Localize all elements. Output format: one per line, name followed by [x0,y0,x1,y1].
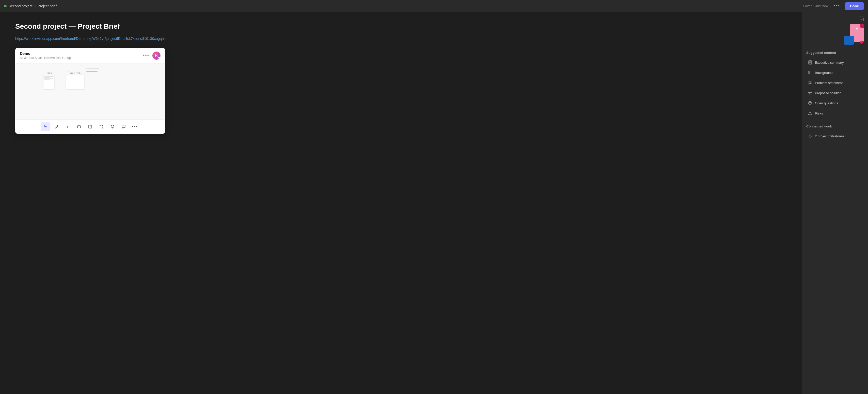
sidebar-item-background[interactable]: Background [804,68,866,77]
canvas-team-thumb [66,75,84,89]
breadcrumb-separator: › [34,4,36,8]
saved-status: Saved • Just now [803,4,828,8]
problem-statement-label: Problem statement [815,81,843,85]
star-icon [855,26,859,30]
comment-tool-button[interactable] [119,122,128,131]
pen-tool-button[interactable] [52,122,61,131]
canvas-page-thumb [43,75,54,89]
embed-title: Demo [20,51,71,56]
sticky-tool-button[interactable] [86,122,95,131]
project-status-dot [4,5,7,7]
table-icon [808,70,812,75]
breadcrumb: Second project › Project brief [4,4,57,8]
svg-rect-17 [808,71,812,74]
embed-card: Demo Kevin Test Space in Kevin Test Grou… [15,48,165,134]
sticky-icon [88,125,92,129]
sidebar-item-problem-statement[interactable]: Problem statement [804,78,866,88]
embed-header: Demo Kevin Test Space in Kevin Test Grou… [15,48,165,63]
sidebar-item-proposed-solution[interactable]: Proposed solution [804,88,866,98]
svg-rect-1 [78,126,81,128]
risks-label: Risks [815,111,823,115]
main-layout: Second project — Project Brief https://w… [0,12,868,394]
canvas-lines-decoration [86,69,99,72]
rectangle-icon [77,125,81,129]
embed-header-right: ••• K [143,52,160,60]
executive-summary-label: Executive summary [815,61,844,64]
main-content: Second project — Project Brief https://w… [0,12,802,394]
svg-point-13 [112,126,112,127]
right-sidebar: →| Suggested content [802,12,868,394]
svg-point-22 [809,102,812,105]
document-icon [808,60,812,65]
more-options-button[interactable]: ••• [831,2,842,10]
embed-canvas[interactable]: Page Team Pla... [15,63,165,119]
svg-point-14 [113,126,114,127]
text-icon: T [66,125,70,129]
avatar: K [152,52,160,60]
svg-text:T: T [66,125,68,129]
embed-more-button[interactable]: ••• [143,53,149,58]
svg-rect-2 [89,125,92,128]
canvas-team-label: Team Pla... [66,71,84,74]
proposed-solution-label: Proposed solution [815,91,841,95]
emoji-tool-button[interactable] [108,122,117,131]
flag-icon [808,80,812,85]
toolbar-more-button[interactable]: ••• [130,122,140,131]
background-label: Background [815,71,832,75]
connected-work-title: Connected work [802,124,868,131]
breadcrumb-page: Project brief [38,4,57,8]
frame-icon [99,125,103,129]
canvas-page-label: Page [43,71,54,74]
diamond-icon [808,134,812,138]
warning-icon [808,111,812,116]
shape-tool-button[interactable] [74,122,84,131]
sidebar-item-executive-summary[interactable]: Executive summary [804,58,866,67]
svg-point-12 [111,125,114,128]
topbar-right: Saved • Just now ••• Done [803,2,864,10]
breadcrumb-project[interactable]: Second project [9,4,32,8]
embed-subtitle: Kevin Test Space in Kevin Test Group [20,56,71,60]
svg-rect-3 [100,125,102,128]
embed-info: Demo Kevin Test Space in Kevin Test Grou… [20,51,71,60]
toolbar-more-icon: ••• [132,124,138,129]
star-icon [808,91,812,95]
pen-icon [55,125,59,129]
comment-icon [122,125,126,129]
sidebar-collapse-button[interactable]: →| [859,16,865,22]
collapse-icon: →| [860,18,864,21]
milestones-label: 2 project milestones [815,134,844,138]
done-button[interactable]: Done [845,2,864,10]
svg-marker-21 [809,91,812,94]
topbar: Second project › Project brief Saved • J… [0,0,868,12]
cursor-icon [43,125,48,129]
question-icon [808,101,812,105]
embed-more-icon: ••• [143,53,149,58]
canvas-team-item: Team Pla... [66,71,84,89]
canvas-page-item: Page [43,71,54,89]
open-questions-label: Open questions [815,101,838,105]
freehand-link[interactable]: https://work.invisionapp.com/freehand/De… [15,37,787,41]
illustration-dot [860,41,863,44]
illustration-wrapper [844,24,864,45]
connected-item-milestones[interactable]: 2 project milestones [804,131,866,141]
emoji-icon [111,125,115,129]
svg-point-23 [810,104,810,104]
select-tool-button[interactable] [41,122,50,131]
sidebar-item-open-questions[interactable]: Open questions [804,98,866,108]
sidebar-item-risks[interactable]: Risks [804,108,866,118]
text-tool-button[interactable]: T [63,122,72,131]
page-title: Second project — Project Brief [15,22,787,30]
suggested-content-title: Suggested content [802,51,868,57]
svg-point-25 [810,114,810,114]
frame-tool-button[interactable] [97,122,106,131]
sidebar-illustration [802,24,868,49]
svg-marker-15 [855,27,858,30]
embed-toolbar: T [15,119,165,134]
illustration-chat [844,36,854,45]
avatar-badge [158,57,160,60]
